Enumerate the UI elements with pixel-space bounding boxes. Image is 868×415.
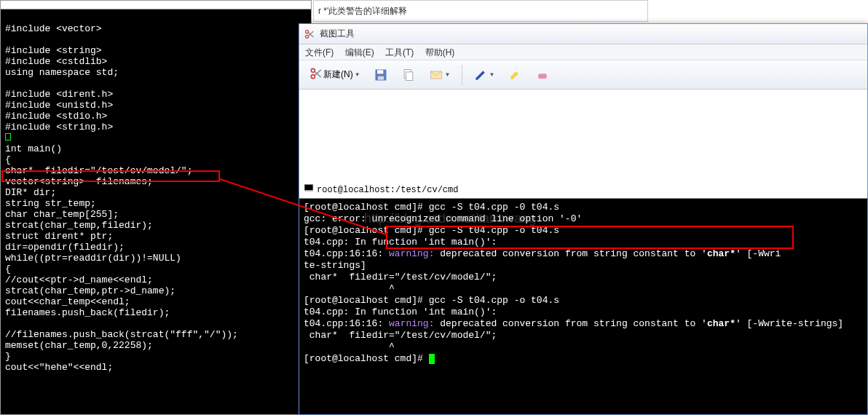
new-label: 新建(N) bbox=[323, 68, 353, 81]
svg-rect-12 bbox=[406, 71, 412, 80]
eraser-button[interactable] bbox=[530, 66, 555, 84]
highlight-box-terminal bbox=[386, 226, 794, 249]
scissors-icon bbox=[309, 66, 323, 83]
terminal-title-text: root@localhost:/test/cv/cmd bbox=[317, 184, 458, 196]
term-line: [root@localhost cmd]# bbox=[304, 353, 435, 364]
floppy-icon bbox=[374, 68, 388, 82]
svg-point-5 bbox=[311, 68, 315, 72]
term-line: char* filedir="/test/cv/model/"; bbox=[304, 272, 497, 282]
code-line: { bbox=[5, 264, 11, 274]
term-line: gcc: error: unrecognized command line op… bbox=[304, 213, 582, 224]
chevron-down-icon[interactable]: ▼ bbox=[355, 71, 360, 78]
chevron-down-icon[interactable]: ▼ bbox=[445, 71, 451, 78]
code-line: filenames.push_back(filedir); bbox=[5, 307, 170, 318]
code-line: } bbox=[5, 351, 11, 362]
code-line: cout<<"hehe"<<endl; bbox=[5, 362, 113, 373]
code-line: { bbox=[5, 154, 11, 165]
code-content[interactable]: #include <vector> #include <string> #inc… bbox=[1, 9, 311, 387]
code-editor-panel: #include <vector> #include <string> #inc… bbox=[0, 0, 312, 415]
svg-point-0 bbox=[306, 35, 309, 38]
copy-icon bbox=[401, 68, 416, 82]
term-line: ^ bbox=[304, 283, 395, 294]
code-line: #include <string> bbox=[5, 45, 102, 56]
copy-button[interactable] bbox=[396, 66, 421, 84]
term-line: char* filedir="/test/cv/model/"; bbox=[304, 330, 497, 341]
terminal-cursor bbox=[429, 354, 435, 364]
new-snip-button[interactable]: 新建(N) ▼ bbox=[304, 64, 366, 85]
code-line: while((ptr=readdir(dir))!=NULL) bbox=[5, 253, 181, 264]
code-line: DIR* dir; bbox=[5, 187, 56, 198]
code-line: //cout<<ptr->d_name<<endl; bbox=[5, 274, 153, 285]
highlighter-button[interactable] bbox=[502, 66, 527, 84]
svg-rect-16 bbox=[304, 191, 313, 192]
scissors-icon bbox=[304, 28, 315, 40]
toolbar-separator bbox=[462, 65, 462, 85]
code-line: #include <stdio.h> bbox=[5, 111, 107, 122]
code-line: #include <string.h> bbox=[5, 122, 113, 133]
code-line: char char_temp[255]; bbox=[5, 209, 119, 220]
code-line: cout<<char_temp<<endl; bbox=[5, 296, 130, 307]
window-title: 截图工具 bbox=[320, 28, 355, 40]
toolbar: 新建(N) ▼ ▼ ▼ bbox=[299, 60, 867, 90]
chevron-down-icon[interactable]: ▼ bbox=[489, 71, 495, 78]
menu-file[interactable]: 文件(F) bbox=[305, 47, 334, 58]
svg-point-1 bbox=[306, 30, 309, 33]
svg-point-4 bbox=[311, 75, 315, 79]
term-line: ^ bbox=[304, 341, 395, 352]
editor-title bbox=[1, 1, 311, 9]
code-line: strcat(char_temp,ptr->d_name); bbox=[5, 285, 175, 296]
code-line: struct dirent* ptr; bbox=[5, 231, 113, 242]
highlighter-icon bbox=[508, 68, 522, 82]
pen-button[interactable]: ▼ bbox=[468, 66, 500, 84]
mail-button[interactable]: ▼ bbox=[424, 66, 456, 84]
code-line: memset(char_temp,0,22258); bbox=[5, 340, 153, 351]
code-line: #include <dirent.h> bbox=[5, 89, 113, 100]
term-line: t04.cpp: In function 'int main()': bbox=[304, 307, 497, 317]
code-line: dir=opendir(filedir); bbox=[5, 242, 125, 253]
term-line: te-strings] bbox=[304, 260, 366, 271]
term-line: [root@localhost cmd]# gcc -S t04.cpp -o … bbox=[304, 295, 559, 306]
svg-rect-14 bbox=[539, 74, 548, 79]
save-button[interactable] bbox=[368, 66, 393, 84]
cursor-box bbox=[5, 133, 11, 141]
terminal-output[interactable]: [root@localhost cmd]# gcc -S t04.cpp -0 … bbox=[299, 199, 867, 368]
code-line: #include <vector> bbox=[5, 23, 102, 34]
term-line: t04.cpp:16:16: warning: deprecated conve… bbox=[304, 248, 781, 259]
eraser-icon bbox=[535, 68, 550, 82]
terminal-titlebar[interactable]: root@localhost:/test/cv/cmd bbox=[299, 181, 867, 199]
terminal-icon bbox=[304, 183, 314, 197]
window-titlebar[interactable]: 截图工具 bbox=[299, 24, 867, 44]
terminal-panel: root@localhost:/test/cv/cmd [root@localh… bbox=[299, 181, 867, 414]
mail-icon bbox=[429, 68, 443, 82]
svg-rect-10 bbox=[377, 76, 383, 79]
code-line: //filenames.push_back(strcat("fff","/"))… bbox=[5, 329, 238, 340]
code-line: using namespace std; bbox=[5, 67, 119, 78]
menu-help[interactable]: 帮助(H) bbox=[425, 47, 455, 58]
menu-bar: 文件(F) 编辑(E) 工具(T) 帮助(H) bbox=[299, 44, 867, 60]
menu-tools[interactable]: 工具(T) bbox=[385, 47, 414, 58]
snipping-tool-window: 截图工具 文件(F) 编辑(E) 工具(T) 帮助(H) 新建(N) ▼ ▼ ▼ bbox=[299, 23, 868, 415]
hint-text: r *'此类警告的详细解释 bbox=[318, 6, 407, 16]
term-line: [root@localhost cmd]# gcc -S t04.cpp -0 … bbox=[304, 202, 559, 213]
highlight-box-left bbox=[1, 170, 220, 182]
code-line: #include <unistd.h> bbox=[5, 100, 113, 111]
code-line: string str_temp; bbox=[5, 198, 96, 209]
code-line: int main() bbox=[5, 143, 62, 154]
code-line: #include <cstdlib> bbox=[5, 56, 107, 67]
menu-edit[interactable]: 编辑(E) bbox=[345, 47, 374, 58]
svg-rect-15 bbox=[304, 184, 313, 190]
term-line: t04.cpp:16:16: warning: deprecated conve… bbox=[304, 318, 843, 329]
code-line: strcat(char_temp,filedir); bbox=[5, 220, 153, 231]
pen-icon bbox=[473, 68, 488, 82]
svg-rect-9 bbox=[377, 70, 383, 74]
hint-panel: r *'此类警告的详细解释 bbox=[313, 0, 648, 22]
